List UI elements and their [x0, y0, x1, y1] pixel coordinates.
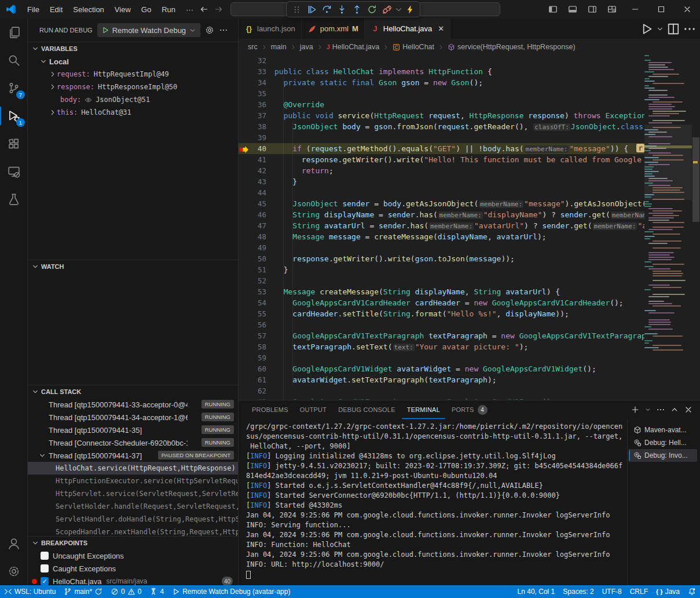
variable-row[interactable]: body:JsonObject@51 — [28, 93, 239, 106]
code-line[interactable]: 33public class HelloChat implements Http… — [239, 66, 644, 77]
watch-header[interactable]: WATCH — [28, 260, 239, 273]
status-item[interactable]: 4 — [145, 585, 168, 598]
call-stack-frame[interactable]: HelloChat.service(HttpRequest,HttpRespon… — [28, 462, 239, 475]
activity-bar-extensions[interactable] — [0, 130, 28, 158]
gutter[interactable] — [239, 56, 249, 65]
code-line[interactable]: 57 GoogleAppsCardV1TextParagraph textPar… — [239, 330, 644, 341]
gutter[interactable] — [239, 320, 249, 330]
minimap[interactable] — [644, 55, 692, 400]
gutter[interactable] — [239, 89, 249, 99]
gutter[interactable] — [239, 353, 249, 363]
variables-scope-local[interactable]: Local — [28, 55, 239, 68]
maximize-panel-icon[interactable] — [670, 405, 679, 414]
toggle-panel-button[interactable] — [563, 0, 582, 19]
debug-settings-gear-icon[interactable] — [205, 25, 214, 35]
terminal-instance[interactable]: Debug: Hell... — [629, 436, 697, 449]
breadcrumb-item[interactable]: service(HttpRequest, HttpResponse) — [448, 43, 576, 51]
code-line[interactable]: 50 response.getWriter().write(gson.toJso… — [239, 253, 644, 264]
panel-tab-ports[interactable]: PORTS4 — [446, 400, 493, 419]
status-item[interactable] — [684, 585, 700, 598]
panel-tab-terminal[interactable]: TERMINAL — [402, 400, 445, 419]
menu-Run[interactable]: Run — [156, 3, 181, 16]
call-stack-frame[interactable]: HttpFunctionExecutor.service(HttpServlet… — [28, 475, 239, 487]
code-line[interactable]: 35 — [239, 88, 644, 99]
code-line[interactable]: 42 return; — [239, 165, 644, 176]
call-stack-thread[interactable]: Thread [qtp1500079441-35]RUNNING — [28, 424, 239, 436]
code-line[interactable]: 38 JsonObject body = gson.fromJson(reque… — [239, 121, 644, 132]
hot-code-replace-button[interactable] — [402, 2, 417, 16]
status-item[interactable]: Remote Watch Debug (avatar-app) — [168, 585, 294, 598]
activity-bar-testing[interactable] — [0, 185, 28, 213]
call-stack-frame[interactable]: ServletHandler.doHandle(String,Request,H… — [28, 513, 239, 526]
menu-moremoremore[interactable]: ··· — [181, 3, 199, 16]
tab-pom.xml[interactable]: pom.xmlM — [302, 19, 365, 39]
status-item[interactable]: main* — [60, 585, 107, 598]
panel-more-actions-icon[interactable] — [656, 405, 665, 414]
gutter[interactable] — [239, 364, 249, 374]
breadcrumb-item[interactable]: HelloChat — [393, 43, 434, 51]
go-back-icon[interactable] — [199, 5, 208, 14]
editor-scrollbar[interactable] — [692, 55, 700, 400]
code-line[interactable]: 45 JsonObject sender = body.getAsJsonObj… — [239, 198, 644, 209]
gutter[interactable] — [239, 287, 249, 297]
tab-HelloChat.java[interactable]: JHelloChat.java✕ — [365, 19, 450, 39]
code-line[interactable]: 53 Message createMessage(String displayN… — [239, 286, 644, 297]
gutter[interactable] — [239, 309, 249, 319]
code-line[interactable]: 59 — [239, 352, 644, 363]
activity-bar-search[interactable] — [0, 46, 28, 74]
close-window-button[interactable] — [674, 0, 700, 19]
menu-Selection[interactable]: Selection — [68, 3, 109, 16]
minimize-button[interactable] — [622, 0, 648, 19]
status-item[interactable]: 00 — [107, 585, 145, 598]
lazy-eval-eye-icon[interactable] — [85, 96, 92, 104]
menu-Edit[interactable]: Edit — [45, 3, 68, 16]
code-line[interactable]: 39 — [239, 132, 644, 143]
code-line[interactable]: 46 String displayName = sender.has(membe… — [239, 209, 644, 220]
call-stack-frame[interactable]: ServletHolder.handle(Request,ServletRequ… — [28, 500, 239, 513]
restart-button[interactable] — [364, 2, 379, 16]
status-item[interactable]: { }Java — [652, 585, 684, 598]
gutter[interactable] — [239, 210, 249, 220]
code-line[interactable]: 43 } — [239, 176, 644, 187]
breadcrumb-item[interactable]: java — [300, 43, 313, 51]
customize-layout-button[interactable] — [602, 0, 622, 19]
breakpoint-row[interactable]: ✓HelloChat.javasrc/main/java40 — [28, 575, 239, 585]
activity-bar-account[interactable] — [0, 530, 28, 557]
code-line[interactable]: 58 textParagraph.setText(text:"Your avat… — [239, 341, 644, 352]
panel-tab-output[interactable]: OUTPUT — [295, 400, 332, 419]
variables-header[interactable]: VARIABLES — [28, 42, 239, 55]
code-line[interactable]: 51 } — [239, 264, 644, 275]
menu-View[interactable]: View — [109, 3, 136, 16]
code-line[interactable]: 37 public void service(HttpRequest reque… — [239, 110, 644, 121]
tab-launch.json[interactable]: {}launch.json — [239, 19, 302, 39]
activity-bar-run-and-debug[interactable]: 1 — [0, 102, 28, 130]
breakpoint-checkbox[interactable]: ✓ — [41, 577, 49, 585]
gutter[interactable] — [239, 111, 249, 121]
menu-File[interactable]: File — [22, 3, 45, 16]
breakpoint-row[interactable]: Uncaught Exceptions — [28, 549, 239, 562]
status-item[interactable]: WSL: Ubuntu — [0, 585, 60, 598]
gutter[interactable] — [239, 386, 249, 396]
sidebar-more-actions-icon[interactable] — [219, 25, 228, 35]
toggle-primary-sidebar-button[interactable] — [543, 0, 563, 19]
toolbar-grip-icon[interactable] — [289, 2, 304, 16]
gutter[interactable] — [239, 133, 249, 143]
step-out-button[interactable] — [349, 2, 364, 16]
code-line[interactable]: 62 — [239, 385, 644, 396]
call-stack-thread[interactable]: Thread [qtp1500079441-34-acceptor-1@66..… — [28, 411, 239, 424]
gutter[interactable] — [239, 254, 249, 264]
call-stack-frame[interactable]: ScopedHandler.nextHandle(String,Request,… — [28, 526, 239, 537]
terminal-output[interactable]: /grpc/grpc-context/1.27.2/grpc-context-1… — [246, 422, 628, 583]
code-line[interactable]: 32 — [239, 55, 644, 66]
editor-more-actions-icon[interactable] — [683, 22, 697, 36]
code-line[interactable]: 61 avatarWidget.setTextParagraph(textPar… — [239, 374, 644, 385]
call-stack-frame[interactable]: HttpServlet.service(ServletRequest,Servl… — [28, 487, 239, 500]
gutter[interactable] — [239, 155, 249, 165]
variable-row[interactable]: response:HttpResponseImpl@50 — [28, 81, 239, 93]
gutter[interactable] — [239, 100, 249, 110]
breakpoint-checkbox[interactable] — [41, 564, 49, 573]
continue-button[interactable] — [304, 2, 319, 16]
gutter[interactable] — [239, 265, 249, 275]
activity-bar-explorer[interactable] — [0, 19, 28, 46]
breadcrumb-item[interactable]: src — [248, 43, 258, 51]
